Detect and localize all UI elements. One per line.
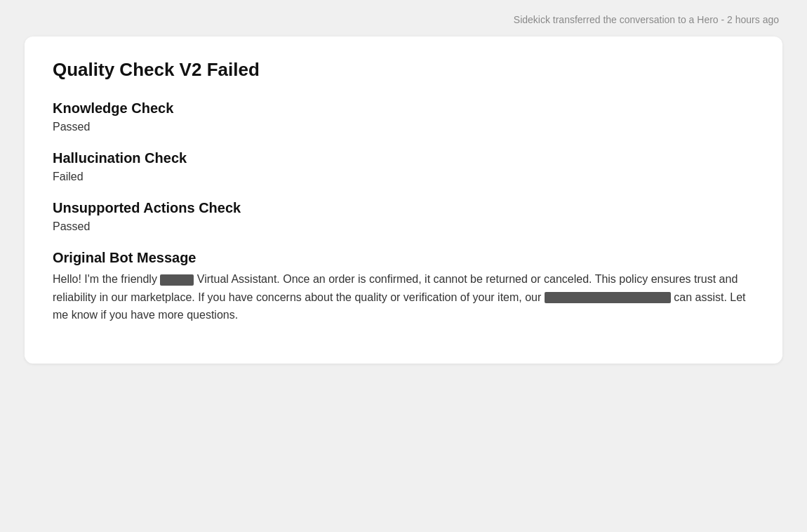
unsupported-actions-check-section: Unsupported Actions Check Passed <box>53 200 754 233</box>
knowledge-check-title: Knowledge Check <box>53 100 754 117</box>
unsupported-actions-check-value: Passed <box>53 220 754 233</box>
quality-check-card: Quality Check V2 Failed Knowledge Check … <box>25 36 782 364</box>
original-bot-message-title: Original Bot Message <box>53 250 754 266</box>
original-bot-message-body: Hello! I'm the friendly Virtual Assistan… <box>53 270 754 324</box>
redacted-text-icon <box>545 292 671 303</box>
transfer-notice: Sidekick transferred the conversation to… <box>21 14 786 25</box>
original-bot-message-section: Original Bot Message Hello! I'm the frie… <box>53 250 754 324</box>
knowledge-check-section: Knowledge Check Passed <box>53 100 754 133</box>
hallucination-check-value: Failed <box>53 171 754 183</box>
hallucination-check-section: Hallucination Check Failed <box>53 150 754 183</box>
redacted-logo-icon <box>160 274 194 286</box>
hallucination-check-title: Hallucination Check <box>53 150 754 166</box>
message-text-before-logo: Hello! I'm the friendly <box>53 273 157 285</box>
knowledge-check-value: Passed <box>53 121 754 133</box>
card-title: Quality Check V2 Failed <box>53 59 754 81</box>
unsupported-actions-check-title: Unsupported Actions Check <box>53 200 754 216</box>
